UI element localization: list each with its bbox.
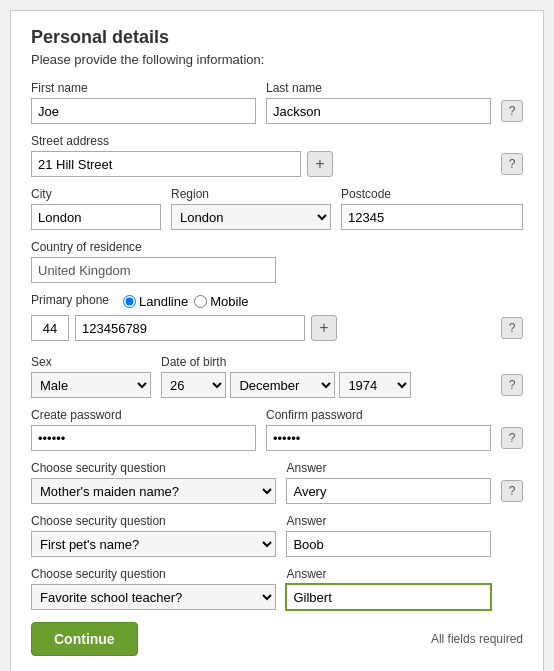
- security-q3-select[interactable]: Favorite school teacher?: [31, 584, 276, 610]
- region-select[interactable]: London: [171, 204, 331, 230]
- phone-add-button[interactable]: +: [311, 315, 337, 341]
- first-name-label: First name: [31, 81, 256, 95]
- city-label: City: [31, 187, 161, 201]
- security-q2-label: Choose security question: [31, 514, 276, 528]
- last-name-input[interactable]: [266, 98, 491, 124]
- security-a2-label: Answer: [286, 514, 491, 528]
- last-name-label: Last name: [266, 81, 491, 95]
- security-q3-label: Choose security question: [31, 567, 276, 581]
- phone-input[interactable]: [75, 315, 305, 341]
- dob-year-select[interactable]: 1974: [339, 372, 411, 398]
- required-note: All fields required: [431, 632, 523, 646]
- page-title: Personal details: [31, 27, 523, 48]
- city-input[interactable]: [31, 204, 161, 230]
- security-a3-input[interactable]: [286, 584, 491, 610]
- first-name-input[interactable]: [31, 98, 256, 124]
- confirm-password-label: Confirm password: [266, 408, 491, 422]
- phone-help-button[interactable]: ?: [501, 317, 523, 339]
- region-label: Region: [171, 187, 331, 201]
- street-add-button[interactable]: +: [307, 151, 333, 177]
- landline-radio-label[interactable]: Landline: [123, 294, 188, 309]
- security-q1-select[interactable]: Mother's maiden name?: [31, 478, 276, 504]
- password-help-button[interactable]: ?: [501, 427, 523, 449]
- password-input[interactable]: [31, 425, 256, 451]
- security-a1-label: Answer: [286, 461, 491, 475]
- page-subtitle: Please provide the following information…: [31, 52, 523, 67]
- sex-select[interactable]: Male Female: [31, 372, 151, 398]
- mobile-radio-label[interactable]: Mobile: [194, 294, 248, 309]
- dob-month-select[interactable]: December: [230, 372, 335, 398]
- dob-help-button[interactable]: ?: [501, 374, 523, 396]
- mobile-radio[interactable]: [194, 295, 207, 308]
- street-address-input[interactable]: [31, 151, 301, 177]
- street-help-button[interactable]: ?: [501, 153, 523, 175]
- security-q2-select[interactable]: First pet's name?: [31, 531, 276, 557]
- country-input[interactable]: [31, 257, 276, 283]
- form-footer: Continue All fields required: [31, 622, 523, 656]
- security-q1-help-button[interactable]: ?: [501, 480, 523, 502]
- country-label: Country of residence: [31, 240, 523, 254]
- landline-radio[interactable]: [123, 295, 136, 308]
- security-a1-input[interactable]: [286, 478, 491, 504]
- security-q1-label: Choose security question: [31, 461, 276, 475]
- name-help-button[interactable]: ?: [501, 100, 523, 122]
- continue-button[interactable]: Continue: [31, 622, 138, 656]
- confirm-password-input[interactable]: [266, 425, 491, 451]
- postcode-input[interactable]: [341, 204, 523, 230]
- dob-label: Date of birth: [161, 355, 226, 369]
- personal-details-form: Personal details Please provide the foll…: [10, 10, 544, 671]
- sex-label: Sex: [31, 355, 151, 369]
- primary-phone-label: Primary phone: [31, 293, 109, 307]
- security-a3-label: Answer: [286, 567, 491, 581]
- password-label: Create password: [31, 408, 256, 422]
- postcode-label: Postcode: [341, 187, 523, 201]
- security-a2-input[interactable]: [286, 531, 491, 557]
- phone-prefix-input[interactable]: [31, 315, 69, 341]
- dob-day-select[interactable]: 26: [161, 372, 226, 398]
- street-address-label: Street address: [31, 134, 523, 148]
